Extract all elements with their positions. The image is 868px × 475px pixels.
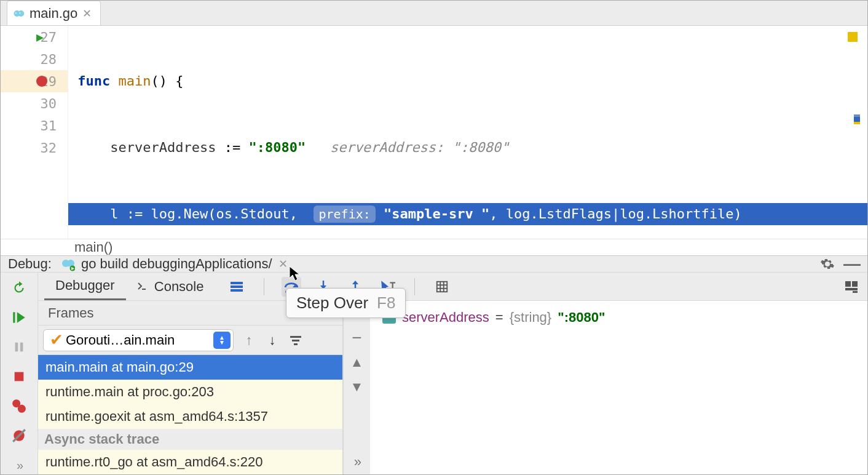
debug-toolbar: Debugger Console [38, 273, 867, 301]
debug-header: Debug: go build debuggingApplications/ ✕… [1, 255, 867, 273]
minimize-icon[interactable]: — [844, 256, 860, 272]
gear-icon[interactable] [819, 256, 835, 272]
editor-tab-main[interactable]: main.go ✕ [7, 1, 101, 25]
run-icon[interactable]: ▶ [36, 30, 44, 44]
check-icon: ✔ [50, 330, 63, 349]
scroll-up-button[interactable]: ▲ [350, 350, 364, 375]
gutter-line[interactable]: ▶27 [1, 26, 68, 48]
code-editor: ▶27 28 29 30 31 32 func main() { serverA… [1, 26, 867, 255]
gutter-line[interactable]: 28 [1, 48, 68, 70]
svg-rect-17 [231, 289, 243, 292]
rerun-button[interactable] [10, 279, 28, 297]
mute-breakpoints-button[interactable] [10, 426, 28, 445]
gutter-line[interactable]: 31 [1, 114, 68, 137]
cursor-icon [289, 266, 301, 285]
tab-console[interactable]: Console [126, 274, 215, 300]
svg-rect-36 [292, 340, 299, 341]
breakpoint-icon[interactable] [36, 76, 47, 87]
svg-rect-37 [294, 343, 298, 345]
svg-rect-33 [845, 288, 858, 290]
tooltip-step-over: Step Over F8 [286, 288, 406, 318]
stack-frame[interactable]: runtime.rt0_go at asm_amd64.s:220 [38, 450, 342, 474]
variable-row[interactable]: serverAddress = {string} ":8080" [382, 309, 855, 325]
svg-rect-34 [853, 291, 858, 293]
stack-frame[interactable]: runtime.main at proc.go:203 [38, 380, 342, 404]
prev-frame-button[interactable]: ↑ [241, 332, 257, 348]
svg-rect-35 [290, 336, 301, 338]
close-icon[interactable]: ✕ [82, 7, 92, 20]
code-lines[interactable]: func main() { serverAddress := ":8080" s… [68, 26, 867, 239]
evaluate-button[interactable] [432, 277, 452, 297]
remove-watch-button[interactable]: − [352, 325, 361, 350]
pause-button[interactable] [10, 338, 28, 356]
frames-panel: Frames ✔ Gorouti…ain.main ▲▼ ↑ ↓ [38, 301, 343, 474]
gutter-line[interactable]: 30 [1, 92, 68, 114]
svg-rect-16 [231, 285, 243, 288]
svg-rect-32 [852, 281, 858, 287]
svg-rect-15 [231, 282, 243, 284]
debug-body: » Debugger Console [1, 273, 867, 474]
stop-button[interactable] [10, 367, 28, 386]
editor-tabbar: main.go ✕ [1, 1, 867, 26]
view-breakpoints-button[interactable] [10, 397, 28, 415]
run-config-name[interactable]: go build debuggingApplications/ [81, 256, 272, 272]
svg-point-1 [18, 10, 24, 17]
svg-point-12 [18, 405, 26, 413]
resume-button[interactable] [10, 308, 28, 327]
frames-right-rail: + − ▲ ▼ » [343, 301, 370, 474]
threads-icon[interactable] [227, 277, 247, 297]
gutter-line[interactable]: 32 [1, 137, 68, 159]
close-icon[interactable]: ✕ [278, 257, 288, 271]
svg-point-3 [20, 12, 21, 14]
goroutine-selector[interactable]: ✔ Gorouti…ain.main ▲▼ [43, 329, 234, 351]
tab-debugger[interactable]: Debugger [44, 273, 126, 300]
stack-frame[interactable]: runtime.goexit at asm_amd64.s:1357 [38, 404, 342, 429]
next-frame-button[interactable]: ↓ [264, 332, 280, 348]
debug-label: Debug: [8, 256, 52, 272]
filter-icon[interactable] [288, 332, 304, 348]
more-button[interactable]: » [10, 456, 28, 474]
svg-rect-9 [20, 343, 23, 352]
more-button[interactable]: » [354, 450, 360, 474]
console-icon [137, 279, 147, 294]
updown-icon[interactable]: ▲▼ [213, 332, 231, 349]
svg-rect-8 [15, 343, 18, 352]
svg-rect-10 [15, 372, 24, 381]
variables-panel: serverAddress = {string} ":8080" [370, 301, 867, 474]
svg-point-2 [15, 12, 17, 14]
gutter: ▶27 28 29 30 31 32 [1, 26, 68, 239]
svg-rect-31 [845, 281, 851, 287]
svg-rect-26 [437, 281, 448, 292]
scroll-down-button[interactable]: ▼ [350, 375, 364, 399]
debug-left-rail: » [1, 273, 37, 474]
go-run-icon [60, 257, 75, 271]
stack-frame[interactable]: main.main at main.go:29 [38, 355, 342, 380]
tab-filename: main.go [30, 6, 77, 22]
layout-button[interactable] [842, 277, 861, 297]
async-stack-header: Async stack trace [38, 429, 342, 450]
stack-list: main.main at main.go:29 runtime.main at … [38, 355, 342, 474]
go-file-icon [12, 7, 25, 20]
breadcrumb[interactable]: main() [1, 239, 867, 255]
gutter-line[interactable]: 29 [1, 70, 68, 92]
svg-rect-7 [13, 312, 15, 322]
